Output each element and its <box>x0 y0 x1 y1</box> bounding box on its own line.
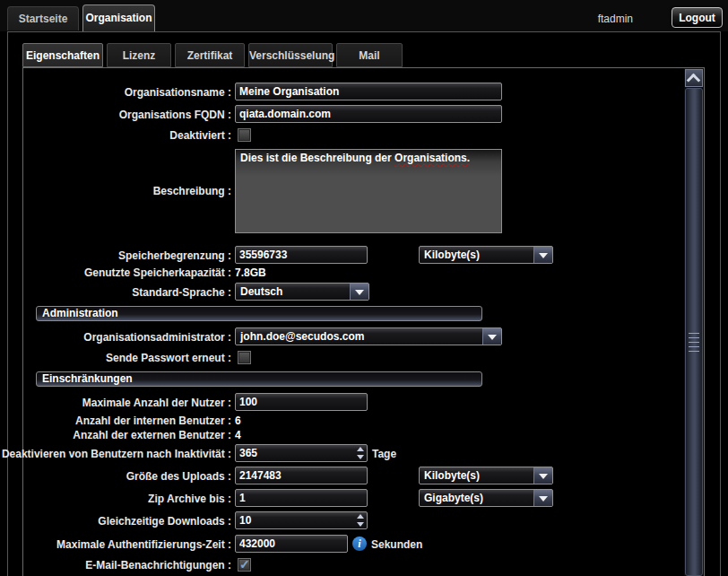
deaktiviert-label: Deaktiviert : <box>169 129 231 142</box>
resend-password-checkbox[interactable] <box>238 351 251 364</box>
section-header-administration: Administration <box>36 306 482 321</box>
org-fqdn-input[interactable] <box>235 105 502 123</box>
speicherbegrenzung-input[interactable] <box>235 246 368 264</box>
tab-organisation[interactable]: Organisation <box>82 4 155 31</box>
speicherbegrenzung-unit-value: Kilobyte(s) <box>424 249 480 261</box>
org-fqdn-label: Organisations FQDN : <box>119 109 231 121</box>
max-auth-time-label: Maximale Authentifizierungs-Zeit : <box>56 538 231 551</box>
top-bar: Startseite Organisation ftadmin Logout <box>0 0 728 31</box>
zip-archive-unit-value: Gigabyte(s) <box>424 492 483 504</box>
logged-in-username: ftadmin <box>598 13 633 25</box>
default-language-value: Deutsch <box>240 285 282 298</box>
concurrent-downloads-label: Gleichzeitige Downloads : <box>98 515 231 528</box>
deaktiviert-checkbox[interactable] <box>238 128 251 142</box>
org-name-input[interactable] <box>235 83 502 100</box>
org-admin-label: Organisationsadministrator : <box>83 331 231 344</box>
chevron-down-icon[interactable] <box>533 247 552 263</box>
tab-verschluesselung[interactable]: Verschlüsselung <box>248 43 333 67</box>
scroll-up-button[interactable] <box>685 69 703 87</box>
deactivate-after-input[interactable] <box>235 444 368 462</box>
max-users-input[interactable] <box>235 393 368 411</box>
sub-tab-bar: Eigenschaften Lizenz Zertifikat Verschlü… <box>22 43 403 67</box>
tab-startseite[interactable]: Startseite <box>7 6 79 31</box>
internal-users-label: Anzahl der internen Benutzer : <box>75 415 231 427</box>
used-storage-value: 7.8GB <box>235 266 266 279</box>
section-header-einschraenkungen: Einschränkungen <box>36 371 482 387</box>
scrollbar-grip-icon <box>689 333 699 352</box>
zip-archive-unit-select[interactable]: Gigabyte(s) <box>419 489 553 507</box>
upload-size-label: Größe des Uploads : <box>126 470 231 483</box>
tab-lizenz[interactable]: Lizenz <box>107 43 171 67</box>
organisation-settings-screen: Startseite Organisation ftadmin Logout E… <box>0 0 728 576</box>
deactivate-after-stepper[interactable] <box>357 446 367 460</box>
tab-zertifikat[interactable]: Zertifikat <box>175 43 245 67</box>
tab-mail[interactable]: Mail <box>336 43 403 67</box>
chevron-up-icon <box>687 74 701 88</box>
info-icon[interactable]: i <box>352 537 367 551</box>
external-users-label: Anzahl der externen Benutzer : <box>73 429 231 441</box>
chevron-down-icon[interactable] <box>482 328 501 345</box>
max-auth-time-input[interactable] <box>235 535 348 553</box>
logout-button[interactable]: Logout <box>672 7 723 28</box>
upload-size-unit-value: Kilobyte(s) <box>424 469 480 482</box>
beschreibung-text: Dies ist die Beschreibung der <box>240 152 394 164</box>
beschreibung-misspelled-word: Organisations. <box>394 152 470 164</box>
max-users-label: Maximale Anzahl der Nutzer : <box>82 397 231 409</box>
spinner-up-icon[interactable] <box>357 447 364 451</box>
chevron-down-icon[interactable] <box>350 284 368 300</box>
chevron-down-icon[interactable] <box>533 467 552 484</box>
chevron-down-icon[interactable] <box>533 490 552 506</box>
concurrent-downloads-stepper[interactable] <box>357 513 367 528</box>
org-name-label: Organisationsname : <box>125 86 231 99</box>
default-language-label: Standard-Sprache : <box>132 286 231 299</box>
external-users-value: 4 <box>235 429 241 441</box>
resend-password-label: Sende Passwort erneut : <box>106 352 231 364</box>
email-notifications-checkbox[interactable] <box>238 558 251 572</box>
deactivate-after-unit: Tage <box>372 448 396 460</box>
spinner-down-icon[interactable] <box>357 455 364 459</box>
speicherbegrenzung-unit-select[interactable]: Kilobyte(s) <box>419 246 553 264</box>
upload-size-unit-select[interactable]: Kilobyte(s) <box>419 467 553 484</box>
org-admin-select[interactable]: john.doe@secudos.com <box>235 327 502 345</box>
speicherbegrenzung-label: Speicherbegrenzung : <box>118 249 231 262</box>
spinner-up-icon[interactable] <box>357 514 364 519</box>
zip-archive-label: Zip Archive bis : <box>148 493 231 505</box>
tab-eigenschaften[interactable]: Eigenschaften <box>22 43 103 67</box>
used-storage-label: Genutzte Speicherkapazität : <box>84 266 231 279</box>
zip-archive-input[interactable] <box>235 489 368 507</box>
org-admin-value: john.doe@secudos.com <box>240 330 364 343</box>
beschreibung-label: Beschreibung : <box>153 185 231 197</box>
beschreibung-textarea[interactable]: Dies ist die Beschreibung der Organisati… <box>235 149 502 233</box>
spinner-down-icon[interactable] <box>357 522 364 527</box>
default-language-select[interactable]: Deutsch <box>235 283 369 301</box>
max-auth-time-unit: Sekunden <box>371 538 422 551</box>
scrollbar-thumb[interactable] <box>685 88 703 576</box>
upload-size-input[interactable] <box>235 467 368 484</box>
internal-users-value: 6 <box>235 415 241 427</box>
email-notifications-label: E-Mail-Benachrichtigungen : <box>85 559 231 572</box>
deactivate-after-label: Deaktivieren von Benutzern nach Inaktivi… <box>2 448 231 460</box>
concurrent-downloads-input[interactable] <box>235 511 368 529</box>
